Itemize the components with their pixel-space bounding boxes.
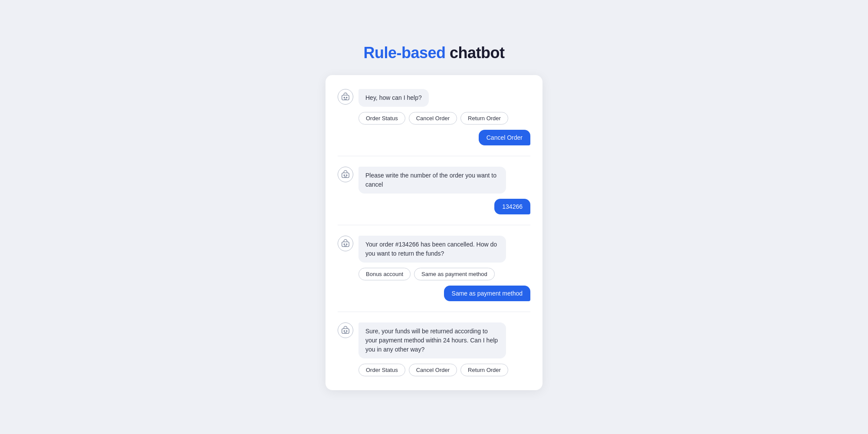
- page-wrapper: Rule-based chatbot Hey, how can I: [0, 0, 868, 434]
- bot-icon-2: [341, 170, 350, 179]
- bot-icon: [341, 92, 350, 102]
- divider-1: [338, 156, 530, 156]
- option-cancel-order-1[interactable]: Cancel Order: [409, 112, 457, 125]
- option-return-order-2[interactable]: Return Order: [460, 364, 508, 376]
- bot-avatar-2: [338, 167, 353, 182]
- option-order-status-1[interactable]: Order Status: [358, 112, 405, 125]
- bot-avatar: [338, 89, 353, 105]
- option-same-as-payment[interactable]: Same as payment method: [414, 268, 495, 280]
- option-cancel-order-2[interactable]: Cancel Order: [409, 364, 457, 376]
- option-order-status-2[interactable]: Order Status: [358, 364, 405, 376]
- option-bonus-account[interactable]: Bonus account: [358, 268, 411, 280]
- option-return-order-1[interactable]: Return Order: [460, 112, 508, 125]
- user-bubble-refund: Same as payment method: [444, 286, 530, 301]
- svg-point-9: [346, 244, 347, 245]
- bot-bubble-greet: Hey, how can I help?: [358, 89, 429, 107]
- bot-avatar-4: [338, 322, 353, 338]
- divider-2: [338, 225, 530, 225]
- svg-point-1: [344, 97, 345, 98]
- user-bubble-number: 134266: [494, 199, 530, 214]
- options-row-final: Order Status Cancel Order Return Order: [338, 364, 530, 376]
- svg-point-8: [344, 244, 345, 245]
- svg-point-11: [344, 331, 345, 332]
- title-normal: chatbot: [450, 44, 505, 62]
- bot-row-cancelled: Your order #134266 has been cancelled. H…: [338, 236, 530, 263]
- svg-point-5: [344, 175, 345, 176]
- title-highlight: Rule-based: [363, 44, 445, 62]
- options-row-refund: Bonus account Same as payment method: [338, 268, 530, 280]
- options-row-greet: Order Status Cancel Order Return Order: [338, 112, 530, 125]
- page-title: Rule-based chatbot: [363, 44, 504, 62]
- message-group-3: Your order #134266 has been cancelled. H…: [338, 236, 530, 301]
- bot-row-ask-number: Please write the number of the order you…: [338, 167, 530, 194]
- bot-bubble-confirm: Sure, your funds will be returned accord…: [358, 322, 506, 358]
- svg-point-2: [346, 97, 347, 98]
- svg-point-6: [346, 175, 347, 176]
- bot-icon-3: [341, 239, 350, 248]
- svg-point-12: [346, 331, 347, 332]
- message-group-4: Sure, your funds will be returned accord…: [338, 322, 530, 376]
- bot-row-greet: Hey, how can I help?: [338, 89, 530, 107]
- user-bubble-row-cancel: Cancel Order: [338, 130, 530, 145]
- user-bubble-cancel: Cancel Order: [479, 130, 530, 145]
- bot-row-confirm: Sure, your funds will be returned accord…: [338, 322, 530, 358]
- bot-bubble-cancelled: Your order #134266 has been cancelled. H…: [358, 236, 506, 263]
- bot-avatar-3: [338, 236, 353, 251]
- user-bubble-row-refund: Same as payment method: [338, 286, 530, 301]
- message-group-2: Please write the number of the order you…: [338, 167, 530, 214]
- chat-container: Hey, how can I help? Order Status Cancel…: [326, 75, 542, 390]
- user-bubble-row-number: 134266: [338, 199, 530, 214]
- bot-icon-4: [341, 326, 350, 335]
- bot-bubble-ask-number: Please write the number of the order you…: [358, 167, 506, 194]
- divider-3: [338, 312, 530, 312]
- message-group-1: Hey, how can I help? Order Status Cancel…: [338, 89, 530, 145]
